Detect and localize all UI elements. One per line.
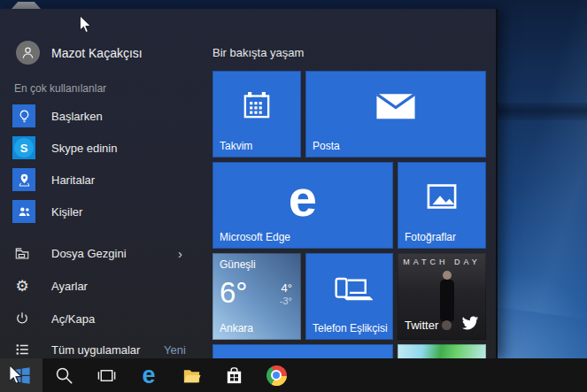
sidebar-item-settings[interactable]: ⚙ Ayarlar	[0, 270, 205, 302]
tile-label: Posta	[313, 140, 340, 152]
tile-telefon-eslikcisi[interactable]: Telefon Eşlikçisi	[305, 253, 393, 340]
lightbulb-icon	[12, 104, 35, 127]
windows-logo-icon	[12, 365, 32, 386]
edge-e-icon: e	[289, 173, 317, 224]
sidebar-item-label: Kişiler	[51, 205, 82, 219]
sidebar-item-baslarken[interactable]: Başlarken	[0, 100, 205, 132]
search-button[interactable]	[42, 358, 85, 392]
weather-low: -3°	[280, 296, 292, 306]
weather-city: Ankara	[220, 322, 253, 334]
calendar-icon	[238, 87, 275, 127]
matchday-overlay-text: MATCH DAY	[398, 257, 486, 266]
edge-icon: e	[142, 364, 155, 388]
gear-icon: ⚙	[14, 278, 30, 294]
tile-label: Fotoğraflar	[405, 231, 456, 243]
start-menu-panel: Mazot Kaçakçısı En çok kullanılanlar Baş…	[0, 9, 498, 358]
tile-label: Microsoft Edge	[220, 231, 290, 243]
chrome-icon	[266, 365, 287, 386]
sidebar-item-label: Dosya Gezgini	[51, 247, 127, 260]
weather-condition: Güneşli	[220, 258, 256, 271]
mail-icon	[373, 88, 419, 126]
task-view-icon	[97, 365, 117, 386]
sidebar-item-label: Ayarlar	[51, 280, 88, 293]
file-explorer-icon	[14, 245, 30, 261]
tile-takvim[interactable]: Takvim	[212, 71, 301, 158]
player-silhouette	[438, 271, 456, 322]
all-apps-icon	[14, 342, 30, 357]
sidebar-item-label: Tüm uygulamalar	[51, 343, 140, 357]
tile-fotograflar[interactable]: Fotoğraflar	[398, 162, 486, 249]
desktop-screen: Mazot Kaçakçısı En çok kullanılanlar Baş…	[0, 0, 587, 392]
tile-twitter[interactable]: MATCH DAY Twitter	[398, 253, 486, 340]
tile-group-title: Bir bakışta yaşam	[212, 46, 304, 59]
skype-icon: S	[12, 136, 35, 159]
store-icon	[224, 365, 244, 386]
sidebar-item-label: Aç/Kapa	[51, 312, 95, 326]
tile-label: Telefon Eşlikçisi	[313, 322, 388, 334]
store-button[interactable]	[212, 358, 255, 392]
wallpaper-glow	[485, 221, 587, 358]
tile-posta[interactable]: Posta	[305, 71, 486, 158]
search-icon	[54, 365, 74, 386]
map-pin-icon	[12, 168, 35, 191]
people-icon	[12, 200, 35, 223]
sidebar-item-power[interactable]: Aç/Kapa	[0, 303, 205, 334]
sidebar-item-label: Haritalar	[51, 173, 95, 187]
weather-temperature: 6°	[220, 276, 248, 310]
tile-microsoft-edge[interactable]: e Microsoft Edge	[212, 162, 393, 249]
taskbar: e	[0, 358, 587, 392]
person-icon	[19, 44, 36, 61]
sidebar-item-label: Başlarken	[51, 110, 103, 123]
file-explorer-button[interactable]	[170, 358, 212, 392]
sidebar-item-label: Skype edinin	[51, 142, 117, 155]
edge-button[interactable]: e	[127, 358, 170, 392]
photos-icon	[423, 178, 460, 219]
wallpaper-dark-band	[485, 103, 587, 120]
user-avatar[interactable]	[16, 41, 40, 65]
phone-companion-icon	[327, 270, 373, 309]
wallpaper-roof-shape	[12, 2, 41, 9]
twitter-bird-icon	[461, 316, 479, 334]
start-button[interactable]	[0, 358, 42, 392]
chevron-right-icon[interactable]: ›	[178, 246, 182, 261]
sidebar-item-kisiler[interactable]: Kişiler	[0, 196, 205, 227]
tile-hava-durumu[interactable]: Güneşli 6° 4° -3° Ankara	[212, 253, 301, 340]
tile-label: Takvim	[220, 140, 252, 152]
task-view-button[interactable]	[85, 358, 127, 392]
most-used-section-title: En çok kullanılanlar	[14, 82, 106, 95]
user-name[interactable]: Mazot Kaçakçısı	[51, 46, 143, 60]
new-badge: Yeni	[164, 343, 186, 357]
sidebar-item-file-explorer[interactable]: Dosya Gezgini ›	[0, 237, 205, 269]
power-icon	[14, 311, 30, 327]
club-badge-icon	[442, 320, 452, 330]
folder-icon	[182, 365, 202, 386]
sidebar-item-haritalar[interactable]: Haritalar	[0, 164, 205, 196]
weather-high: 4°	[282, 281, 292, 295]
tile-label: Twitter	[405, 319, 438, 332]
skype-letter: S	[20, 142, 28, 155]
sidebar-item-skype[interactable]: S Skype edinin	[0, 132, 205, 164]
chrome-button[interactable]	[255, 358, 297, 392]
